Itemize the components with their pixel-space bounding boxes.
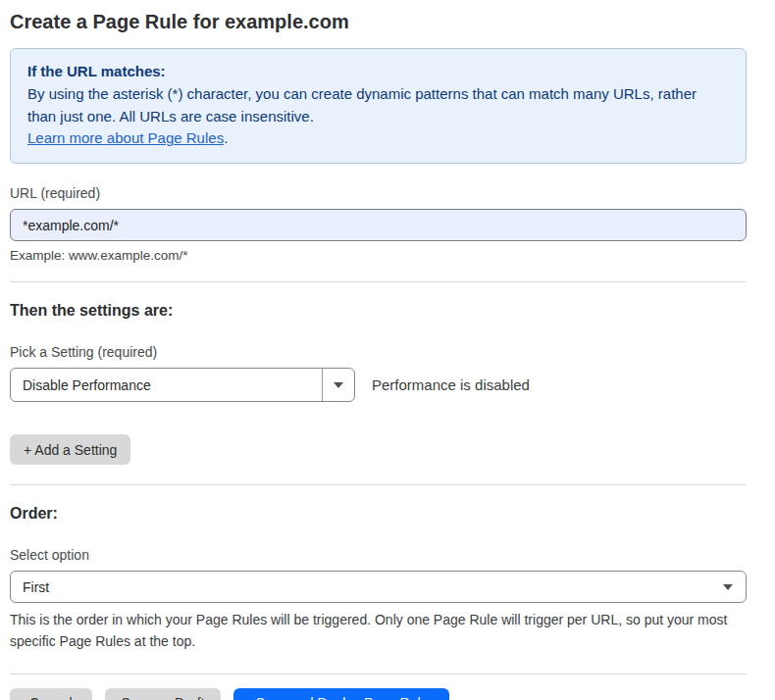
pick-setting-label: Pick a Setting (required) <box>10 344 747 360</box>
setting-select-value: Disable Performance <box>11 377 322 393</box>
order-select-label: Select option <box>10 547 747 563</box>
setting-row: Disable Performance Performance is disab… <box>10 368 747 402</box>
order-select-value: First <box>11 579 710 595</box>
cancel-button[interactable]: Cancel <box>10 688 92 700</box>
divider <box>10 281 747 282</box>
chevron-down-icon <box>334 382 343 388</box>
add-setting-button[interactable]: + Add a Setting <box>10 434 130 465</box>
setting-select-arrow-button[interactable] <box>322 369 354 401</box>
divider <box>10 674 747 675</box>
info-box-heading: If the URL matches: <box>27 61 729 83</box>
page-title: Create a Page Rule for example.com <box>10 11 747 33</box>
learn-more-link[interactable]: Learn more about Page Rules <box>27 129 224 146</box>
footer-actions: Cancel Save as Draft Save and Deploy Pag… <box>10 688 747 700</box>
settings-section-heading: Then the settings are: <box>10 302 747 320</box>
order-help-text: This is the order in which your Page Rul… <box>10 610 747 652</box>
save-as-draft-button[interactable]: Save as Draft <box>105 688 222 700</box>
url-input[interactable] <box>10 209 747 241</box>
save-and-deploy-button[interactable]: Save and Deploy Page Rule <box>233 688 449 700</box>
setting-status-text: Performance is disabled <box>372 376 530 393</box>
url-matches-info-box: If the URL matches: By using the asteris… <box>10 48 747 164</box>
link-suffix: . <box>224 129 228 146</box>
order-section-heading: Order: <box>10 505 747 523</box>
order-select-arrow <box>710 584 746 590</box>
info-box-body: By using the asterisk (*) character, you… <box>27 83 729 128</box>
url-example-text: Example: www.example.com/* <box>10 248 747 263</box>
page-rule-form: Create a Page Rule for example.com If th… <box>10 0 747 700</box>
order-select[interactable]: First <box>10 571 747 603</box>
divider <box>10 484 747 485</box>
setting-select[interactable]: Disable Performance <box>10 368 355 402</box>
chevron-down-icon <box>723 584 733 590</box>
info-box-link-line: Learn more about Page Rules. <box>27 127 729 150</box>
url-field-label: URL (required) <box>10 185 747 201</box>
